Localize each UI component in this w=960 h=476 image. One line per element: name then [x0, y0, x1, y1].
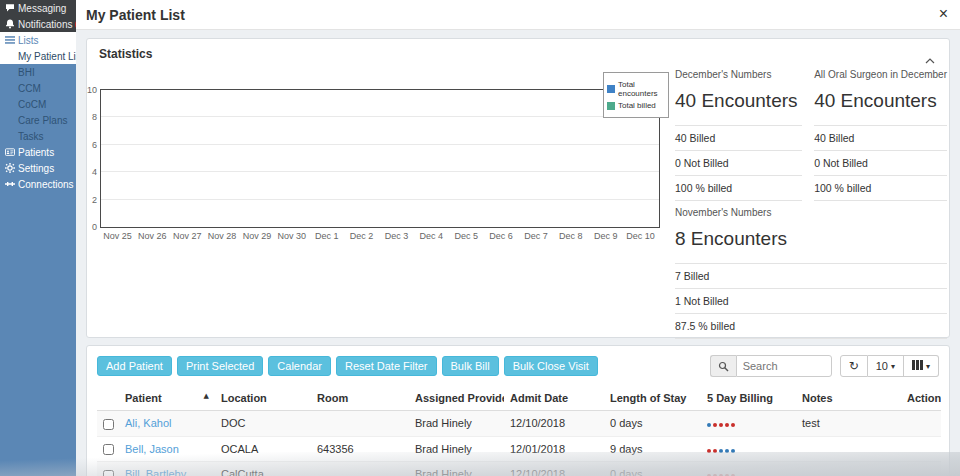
search-input[interactable]: [736, 355, 832, 377]
legend-label: Total billed: [618, 101, 656, 110]
actions-cell: [901, 462, 941, 476]
row-checkbox[interactable]: [103, 444, 114, 455]
sidebar-item-my-patient-list[interactable]: My Patient List: [0, 48, 76, 64]
column-header-room[interactable]: Room: [311, 386, 409, 411]
billing-cell: [701, 462, 796, 476]
table-header-row: Patient ▲ Location Room Assigned Provide…: [97, 386, 941, 411]
sidebar-item-messaging[interactable]: Messaging: [0, 0, 76, 16]
calendar-button[interactable]: Calendar: [268, 356, 331, 376]
x-axis-label: Dec 5: [449, 231, 484, 241]
checkbox-cell: [97, 436, 119, 462]
gridline: [101, 199, 659, 200]
location-cell: CalCutta: [215, 462, 311, 476]
column-header-patient[interactable]: Patient ▲: [119, 386, 215, 411]
row-checkbox[interactable]: [103, 470, 114, 476]
summary-stat: 100 % billed: [675, 175, 802, 200]
billing-dot: [731, 423, 735, 427]
november-summary: November's Numbers 8 Encounters 7 Billed…: [675, 207, 947, 339]
page-size-dropdown[interactable]: 10 ▾: [868, 355, 904, 377]
sidebar-item-connections[interactable]: Connections: [0, 176, 76, 192]
table-row: Ali, Kahol DOC Brad Hinely 12/10/2018 0 …: [97, 411, 941, 437]
patient-link[interactable]: Bell, Jason: [125, 443, 179, 455]
sidebar-item-label: CCM: [18, 83, 41, 94]
columns-dropdown[interactable]: ▾: [904, 355, 939, 377]
app-window: Messaging Notifications 92 Lists My Pati…: [0, 0, 960, 476]
summary-stat: 40 Billed: [814, 125, 947, 150]
patient-cell: Bill, Bartleby: [119, 462, 215, 476]
page-title: My Patient List: [86, 7, 185, 23]
x-axis-label: Nov 30: [274, 231, 309, 241]
comment-icon: [5, 3, 18, 13]
table-row: Bill, Bartleby CalCutta Brad Hinely 12/1…: [97, 462, 941, 476]
column-header-provider[interactable]: Assigned Provider(s): [409, 386, 504, 411]
statistics-title: Statistics: [99, 47, 152, 61]
search-icon: [710, 355, 736, 377]
legend-item-billed[interactable]: Total billed: [607, 101, 665, 110]
column-header-admit-date[interactable]: Admit Date: [504, 386, 604, 411]
page-size-value: 10: [876, 360, 888, 372]
bulk-bill-button[interactable]: Bulk Bill: [442, 356, 499, 376]
patient-cell: Bell, Jason: [119, 436, 215, 462]
length-of-stay-cell: 0 days: [604, 411, 701, 437]
sidebar-item-cocm[interactable]: CoCM: [0, 96, 76, 112]
bulk-close-visit-button[interactable]: Bulk Close Visit: [504, 356, 598, 376]
legend-label: Total encounters: [618, 80, 665, 98]
sidebar-item-label: Care Plans: [18, 115, 67, 126]
sidebar-item-settings[interactable]: Settings: [0, 160, 76, 176]
sidebar-item-lists[interactable]: Lists: [0, 32, 76, 48]
x-axis-label: Dec 4: [414, 231, 449, 241]
add-patient-button[interactable]: Add Patient: [97, 356, 172, 376]
column-header-notes[interactable]: Notes: [796, 386, 901, 411]
actions-cell: [901, 411, 941, 437]
summary-header: All Oral Surgeon in December: [814, 69, 947, 80]
x-axis-label: Nov 27: [170, 231, 205, 241]
y-axis-tick: 0: [83, 222, 97, 232]
billing-dot: [731, 449, 735, 453]
statistics-panel: Statistics Total encounters Total billed…: [86, 38, 950, 338]
sidebar-item-patients[interactable]: Patients: [0, 144, 76, 160]
summary-total: 40 Encounters: [675, 90, 802, 112]
sidebar-item-care-plans[interactable]: Care Plans: [0, 112, 76, 128]
x-axis-label: Dec 6: [484, 231, 519, 241]
search-box: [710, 355, 832, 377]
sidebar-item-tasks[interactable]: Tasks: [0, 128, 76, 144]
list-icon: [5, 35, 18, 45]
column-header-location[interactable]: Location: [215, 386, 311, 411]
sidebar-item-notifications[interactable]: Notifications 92: [0, 16, 76, 32]
billing-cell: [701, 411, 796, 437]
close-icon[interactable]: ×: [939, 4, 948, 24]
reset-date-filter-button[interactable]: Reset Date Filter: [336, 356, 437, 376]
legend-item-encounters[interactable]: Total encounters: [607, 80, 665, 98]
y-axis-tick: 8: [83, 112, 97, 122]
provider-cell: Brad Hinely: [409, 462, 504, 476]
summary-total: 40 Encounters: [814, 90, 947, 112]
checkbox-cell: [97, 411, 119, 437]
sidebar-item-ccm[interactable]: CCM: [0, 80, 76, 96]
x-axis-label: Nov 28: [205, 231, 240, 241]
row-checkbox[interactable]: [103, 419, 114, 430]
patients-table: Patient ▲ Location Room Assigned Provide…: [97, 386, 941, 476]
sidebar-item-label: Messaging: [18, 3, 66, 14]
print-selected-button[interactable]: Print Selected: [177, 356, 263, 376]
x-axis-label: Dec 10: [623, 231, 658, 241]
sidebar-item-label: Tasks: [18, 131, 44, 142]
encounters-swatch: [607, 85, 615, 93]
patient-link[interactable]: Bill, Bartleby: [125, 468, 186, 476]
column-header-5-day-billing[interactable]: 5 Day Billing: [701, 386, 796, 411]
sidebar-item-label: Lists: [18, 35, 39, 46]
sidebar-item-bhi[interactable]: BHI: [0, 64, 76, 80]
column-header-length-of-stay[interactable]: Length of Stay: [604, 386, 701, 411]
provider-cell: Brad Hinely: [409, 411, 504, 437]
summary-stat: 100 % billed: [814, 175, 947, 200]
select-all-header: [97, 386, 119, 411]
table-row: Bell, Jason OCALA 643356 Brad Hinely 12/…: [97, 436, 941, 462]
summary-stat: 7 Billed: [675, 263, 947, 288]
summary-stat: 0 Not Billed: [675, 150, 802, 175]
summary-stat: 87.5 % billed: [675, 313, 947, 338]
location-cell: DOC: [215, 411, 311, 437]
y-axis-tick: 4: [83, 167, 97, 177]
notes-cell: [796, 462, 901, 476]
patient-cell: Ali, Kahol: [119, 411, 215, 437]
patient-link[interactable]: Ali, Kahol: [125, 417, 171, 429]
refresh-button[interactable]: ↻: [840, 355, 868, 377]
